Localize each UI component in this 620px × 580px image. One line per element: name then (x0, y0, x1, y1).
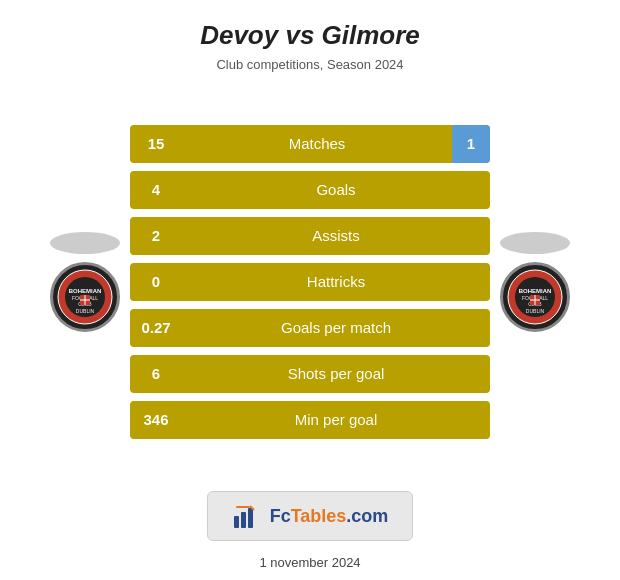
stat-row: 346Min per goal (130, 401, 490, 439)
logo-right: BOHEMIAN FOOTBALL CLUB DUBLIN (490, 232, 580, 332)
stat-row: 0.27Goals per match (130, 309, 490, 347)
stat-row: 0Hattricks (130, 263, 490, 301)
stat-label: Shots per goal (182, 365, 490, 382)
stat-label: Assists (182, 227, 490, 244)
stats-container: 15Matches14Goals2Assists0Hattricks0.27Go… (130, 125, 490, 439)
page-title: Devoy vs Gilmore (200, 20, 420, 51)
right-ellipse-decoration (500, 232, 570, 254)
main-content: BOHEMIAN FOOTBALL CLUB DUBLIN 15Matches1… (0, 90, 620, 473)
svg-text:BOHEMIAN: BOHEMIAN (69, 288, 102, 294)
club-logo-right: BOHEMIAN FOOTBALL CLUB DUBLIN (500, 262, 570, 332)
left-ellipse-decoration (50, 232, 120, 254)
page-subtitle: Club competitions, Season 2024 (216, 57, 403, 72)
stat-value-left: 2 (130, 227, 182, 244)
logo-left: BOHEMIAN FOOTBALL CLUB DUBLIN (40, 232, 130, 332)
svg-rect-22 (248, 508, 253, 528)
stat-row: 4Goals (130, 171, 490, 209)
stat-label: Hattricks (182, 273, 490, 290)
stat-row: 15Matches1 (130, 125, 490, 163)
footer-date: 1 november 2024 (259, 555, 360, 570)
stat-value-left: 4 (130, 181, 182, 198)
fctables-banner[interactable]: FcTables.com (207, 491, 414, 541)
stat-row: 6Shots per goal (130, 355, 490, 393)
club-logo-left: BOHEMIAN FOOTBALL CLUB DUBLIN (50, 262, 120, 332)
stat-value-left: 0.27 (130, 319, 182, 336)
stat-value-left: 15 (130, 135, 182, 152)
svg-text:DUBLIN: DUBLIN (76, 308, 95, 314)
svg-text:BOHEMIAN: BOHEMIAN (519, 288, 552, 294)
svg-rect-23 (236, 506, 250, 508)
svg-rect-21 (241, 512, 246, 528)
fctables-icon (232, 502, 260, 530)
stat-label: Matches (182, 135, 452, 152)
stat-label: Goals per match (182, 319, 490, 336)
stat-label: Goals (182, 181, 490, 198)
fctables-logo-text: FcTables.com (270, 506, 389, 527)
stat-value-left: 6 (130, 365, 182, 382)
page-wrapper: Devoy vs Gilmore Club competitions, Seas… (0, 0, 620, 580)
stat-value-left: 346 (130, 411, 182, 428)
stat-label: Min per goal (182, 411, 490, 428)
svg-text:DUBLIN: DUBLIN (526, 308, 545, 314)
stat-value-left: 0 (130, 273, 182, 290)
svg-rect-20 (234, 516, 239, 528)
stat-row: 2Assists (130, 217, 490, 255)
stat-value-right: 1 (452, 125, 490, 163)
